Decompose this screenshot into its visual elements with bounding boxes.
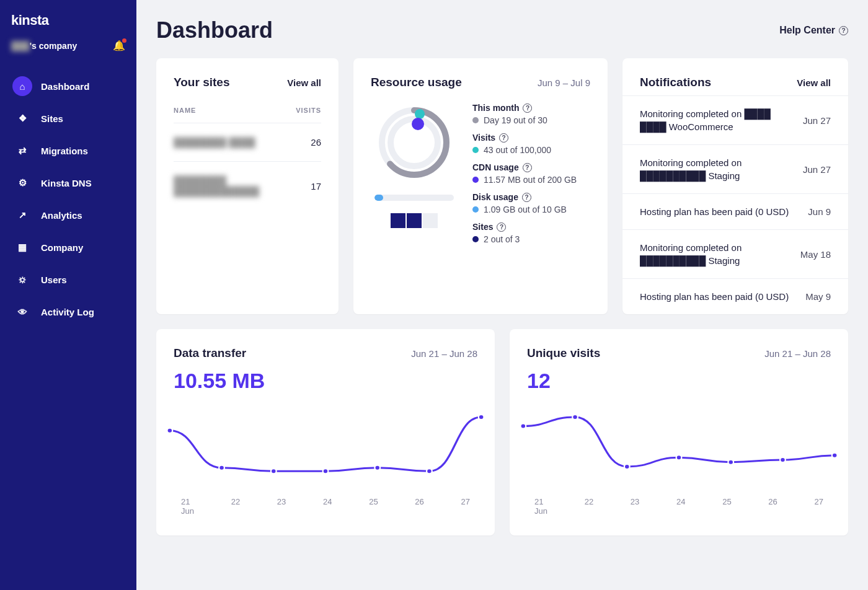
sidebar-item-activity-log[interactable]: 👁Activity Log [6,296,130,328]
sites-used-indicator [391,213,438,228]
col-visits: VISITS [296,107,321,114]
table-row[interactable]: ████████ █████████████17 [174,161,321,210]
sidebar-item-migrations[interactable]: ⇄Migrations [6,134,130,167]
help-center-link[interactable]: Help Center? [779,25,848,36]
card-title: Your sites [174,76,229,89]
sidebar-item-sites[interactable]: ❖Sites [6,102,130,134]
resource-usage-card: Resource usage Jun 9 – Jul 9 [353,58,608,314]
svg-point-8 [323,469,329,473]
sidebar-item-label: Users [41,275,67,285]
sidebar-item-label: Migrations [41,146,88,156]
svg-point-11 [479,415,484,420]
card-title: Notifications [640,76,711,89]
date-range: Jun 21 – Jun 28 [764,348,831,359]
notification-date: Jun 9 [808,206,831,217]
svg-point-5 [167,428,172,433]
table-row[interactable]: ████████ ████26 [174,123,321,161]
svg-point-17 [780,457,786,462]
notification-bell-icon[interactable]: 🔔 [113,40,125,51]
notification-text: Monitoring completed on ██████████ Stagi… [640,156,793,182]
notification-date: May 18 [800,249,831,260]
question-icon[interactable]: ? [523,103,532,113]
notification-item[interactable]: Hosting plan has been paid (0 USD)May 9 [622,278,848,314]
question-icon[interactable]: ? [499,133,508,143]
transfer-line-chart [156,398,495,491]
sidebar: kinsta ███'s company 🔔 ⌂Dashboard❖Sites⇄… [0,0,136,590]
notification-date: Jun 27 [803,115,831,126]
date-range: Jun 21 – Jun 28 [411,348,477,359]
notification-item[interactable]: Hosting plan has been paid (0 USD)Jun 9 [622,193,848,229]
view-all-sites[interactable]: View all [287,77,321,88]
unique-visits-card: Unique visits Jun 21 – Jun 28 12 2122232… [510,329,848,535]
kinsta dns-icon: ⚙ [12,173,32,193]
sidebar-item-analytics[interactable]: ↗Analytics [6,199,130,231]
company-icon: ▦ [12,237,32,257]
svg-point-14 [624,464,630,469]
col-name: NAME [174,107,196,114]
notification-item[interactable]: Monitoring completed on ██████████ Stagi… [622,144,848,193]
your-sites-card: Your sites View all NAME VISITS ████████… [156,58,339,314]
svg-point-9 [374,465,380,470]
sidebar-item-label: Activity Log [41,307,94,317]
metric-this-month: This month?Day 19 out of 30 [472,103,590,125]
svg-point-3 [415,109,425,119]
notification-text: Monitoring completed on ██████████ Stagi… [640,241,790,267]
sidebar-item-users[interactable]: ⛭Users [6,263,130,296]
svg-point-4 [412,118,424,130]
notification-item[interactable]: Monitoring completed on ████ ████ WooCom… [622,95,848,144]
question-icon[interactable]: ? [523,163,532,172]
sidebar-item-label: Company [41,242,83,253]
svg-point-18 [832,453,838,458]
question-icon: ? [839,26,848,35]
sites-icon: ❖ [12,108,32,128]
sidebar-item-label: Dashboard [41,81,89,92]
svg-point-6 [219,465,224,470]
notification-text: Hosting plan has been paid (0 USD) [640,290,795,303]
notification-item[interactable]: Monitoring completed on ██████████ Stagi… [622,229,848,278]
sidebar-item-kinsta-dns[interactable]: ⚙Kinsta DNS [6,167,130,199]
question-icon[interactable]: ? [497,222,506,232]
notification-date: Jun 27 [803,164,831,175]
visits-line-chart [510,398,848,491]
company-name[interactable]: ███'s company [11,41,77,51]
metric-cdn-usage: CDN usage?11.57 MB out of 200 GB [472,162,590,185]
svg-point-16 [728,460,733,465]
svg-point-15 [676,455,682,460]
sidebar-item-label: Kinsta DNS [41,178,92,188]
sidebar-item-label: Sites [41,113,63,124]
metric-sites: Sites?2 out of 3 [472,222,590,244]
metric-visits: Visits?43 out of 100,000 [472,133,590,155]
svg-point-7 [271,469,277,473]
activity log-icon: 👁 [12,302,32,322]
transfer-value: 10.55 MB [174,369,477,393]
notification-text: Hosting plan has been paid (0 USD) [640,205,798,218]
dashboard-icon: ⌂ [12,76,32,96]
card-title: Resource usage [371,76,462,89]
svg-point-13 [572,415,578,420]
sidebar-item-company[interactable]: ▦Company [6,231,130,263]
disk-usage-bar [374,195,454,201]
notifications-card: Notifications View all Monitoring comple… [622,58,848,314]
users-icon: ⛭ [12,270,32,289]
sidebar-item-dashboard[interactable]: ⌂Dashboard [6,70,130,102]
main-content: Dashboard Help Center? Your sites View a… [136,0,868,590]
metric-disk-usage: Disk usage?1.09 GB out of 10 GB [472,192,590,214]
card-title: Data transfer [174,346,246,360]
page-title: Dashboard [156,17,273,43]
migrations-icon: ⇄ [12,141,32,161]
card-title: Unique visits [527,346,600,360]
site-name: ████████ █████████████ [174,175,311,196]
notification-text: Monitoring completed on ████ ████ WooCom… [640,107,793,133]
sidebar-item-label: Analytics [41,210,82,221]
date-range: Jun 9 – Jul 9 [538,77,590,88]
main-nav: ⌂Dashboard❖Sites⇄Migrations⚙Kinsta DNS↗A… [0,66,136,332]
svg-point-12 [520,423,526,428]
brand-logo: kinsta [0,12,136,40]
analytics-icon: ↗ [12,205,32,225]
visits-value: 12 [527,369,831,393]
question-icon[interactable]: ? [522,193,531,202]
site-visits: 17 [311,181,321,192]
usage-donut-chart [374,103,454,182]
data-transfer-card: Data transfer Jun 21 – Jun 28 10.55 MB 2… [156,329,495,535]
view-all-notifications[interactable]: View all [797,77,831,88]
